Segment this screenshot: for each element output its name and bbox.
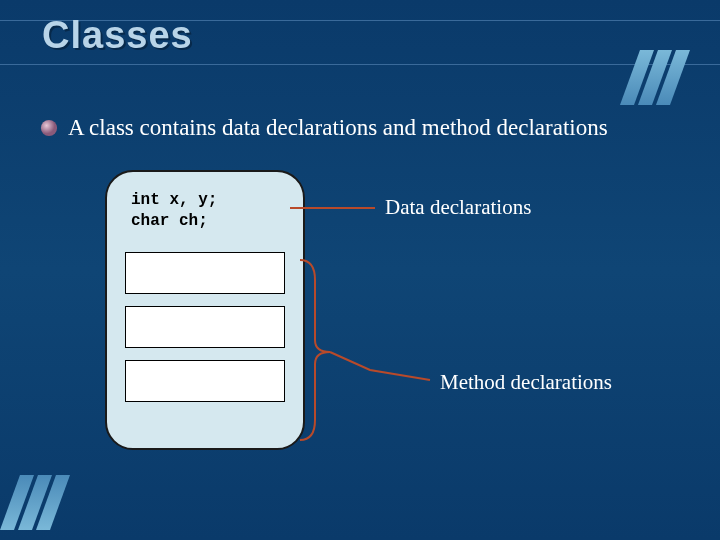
label-method-declarations: Method declarations (440, 370, 612, 395)
label-data-declarations: Data declarations (385, 195, 531, 220)
connector-data (0, 0, 720, 540)
